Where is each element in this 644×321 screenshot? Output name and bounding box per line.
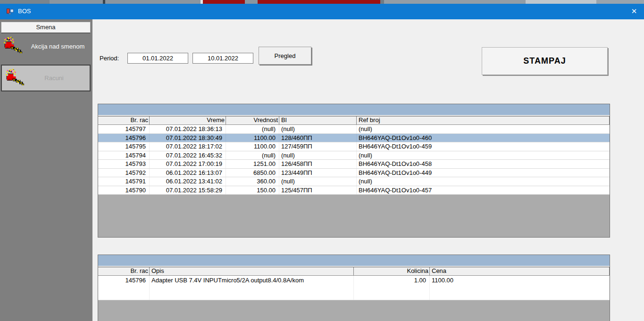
- column-header-kolicina[interactable]: Kolicina: [354, 267, 430, 275]
- date-from-input[interactable]: [127, 53, 188, 64]
- table-cell[interactable]: (null): [357, 177, 610, 186]
- table-cell[interactable]: 07.01.2022 17:00:19: [150, 160, 226, 168]
- table-cell[interactable]: 127/459ПП: [279, 142, 357, 151]
- items-grid-header-row: Br. racOpisKolicinaCena: [98, 267, 610, 276]
- table-cell[interactable]: 145793: [98, 160, 150, 168]
- table-cell[interactable]: 128/460ПП: [279, 134, 357, 142]
- table-cell[interactable]: 1100.00: [430, 276, 610, 300]
- table-cell[interactable]: (null): [279, 177, 357, 186]
- table-cell[interactable]: 145797: [98, 125, 150, 133]
- invoices-grid: Br. racVremeVrednostBlRef broj 14579707.…: [98, 104, 610, 238]
- table-cell[interactable]: 1100.00: [226, 134, 279, 142]
- date-to-input[interactable]: [192, 53, 253, 64]
- invoices-grid-header-row: Br. racVremeVrednostBlRef broj: [98, 116, 610, 125]
- column-header-cena[interactable]: Cena: [430, 267, 610, 275]
- table-cell[interactable]: 145795: [98, 142, 150, 151]
- app-icon: [6, 8, 14, 16]
- table-cell[interactable]: (null): [226, 125, 279, 133]
- background-segment: [245, 0, 258, 4]
- background-segment: [380, 0, 384, 4]
- sidebar-item-label: Akcija nad smenom: [23, 43, 92, 50]
- table-cell[interactable]: 145796: [98, 134, 150, 142]
- column-header-br-rac[interactable]: Br. rac: [98, 116, 150, 124]
- table-cell[interactable]: 126/458ПП: [279, 160, 357, 168]
- background-segment: [50, 0, 103, 4]
- table-cell[interactable]: 07.01.2022 18:36:13: [150, 125, 226, 133]
- table-row[interactable]: 14579707.01.2022 18:36:13(null)(null)(nu…: [98, 125, 610, 134]
- column-header-br-rac[interactable]: Br. rac: [98, 267, 150, 275]
- table-cell[interactable]: BH646YAQ-Dt1Ov1o0-459: [357, 142, 610, 151]
- table-cell[interactable]: 150.00: [226, 186, 279, 195]
- background-segment: [258, 0, 380, 4]
- items-grid-body[interactable]: 145796Adapter USB 7.4V INPUTmicro5/2A ou…: [98, 276, 610, 321]
- table-cell[interactable]: 145790: [98, 186, 150, 195]
- table-cell[interactable]: (null): [279, 151, 357, 160]
- background-segment: [105, 0, 201, 4]
- table-cell[interactable]: 145792: [98, 169, 150, 177]
- background-segment: [596, 0, 644, 4]
- window-title: BOS: [18, 8, 31, 15]
- invoices-grid-caption-band: [98, 104, 610, 115]
- titlebar: BOS ✕: [0, 4, 644, 19]
- table-row[interactable]: 14579007.01.2022 15:58:29150.00125/457ПП…: [98, 186, 610, 195]
- table-cell[interactable]: 145794: [98, 151, 150, 160]
- sidebar: Smena Akcija nad smenom: [0, 19, 92, 321]
- table-cell[interactable]: (null): [279, 125, 357, 133]
- column-header-bl[interactable]: Bl: [279, 116, 357, 124]
- background-segment: [384, 0, 526, 4]
- table-cell[interactable]: 1251.00: [226, 160, 279, 168]
- items-grid-caption-band: [98, 255, 610, 266]
- pregled-button[interactable]: Pregled: [259, 47, 311, 65]
- table-cell[interactable]: BH646YAQ-Dt1Ov1o0-460: [357, 134, 610, 142]
- table-cell[interactable]: (null): [357, 125, 610, 133]
- table-cell[interactable]: 360.00: [226, 177, 279, 186]
- table-row[interactable]: 14579407.01.2022 16:45:32(null)(null)(nu…: [98, 151, 610, 160]
- table-cell[interactable]: 07.01.2022 18:30:49: [150, 134, 226, 142]
- items-grid: Br. racOpisKolicinaCena 145796Adapter US…: [98, 255, 610, 321]
- column-header-vrednost[interactable]: Vrednost: [226, 116, 279, 124]
- period-label: Period:: [100, 55, 119, 62]
- close-icon[interactable]: ✕: [627, 5, 641, 18]
- invoices-grid-body[interactable]: 14579707.01.2022 18:36:13(null)(null)(nu…: [98, 125, 610, 237]
- table-cell[interactable]: 145791: [98, 177, 150, 186]
- sidebar-header-smena: Smena: [1, 22, 91, 33]
- table-row[interactable]: 145796Adapter USB 7.4V INPUTmicro5/2A ou…: [98, 276, 610, 300]
- table-cell[interactable]: (null): [357, 151, 610, 160]
- action-icon: [2, 37, 23, 56]
- table-cell[interactable]: BH646YAQ-Dt1Ov1o0-457: [357, 186, 610, 195]
- table-cell[interactable]: 6850.00: [226, 169, 279, 177]
- table-row[interactable]: 14579307.01.2022 17:00:191251.00126/458П…: [98, 160, 610, 169]
- column-header-vreme[interactable]: Vreme: [150, 116, 226, 124]
- table-cell[interactable]: 06.01.2022 13:41:02: [150, 177, 226, 186]
- sidebar-item-racuni[interactable]: Racuni: [1, 65, 91, 91]
- table-cell[interactable]: Adapter USB 7.4V INPUTmicro5/2A output8.…: [150, 276, 354, 300]
- column-header-opis[interactable]: Opis: [150, 267, 354, 275]
- background-segment: [0, 0, 50, 4]
- table-row[interactable]: 14579507.01.2022 18:17:021100.00127/459П…: [98, 142, 610, 151]
- table-cell[interactable]: BH646YAQ-Dt1Ov1o0-458: [357, 160, 610, 168]
- table-cell[interactable]: BH646YAQ-Dt1Ov1o0-449: [357, 169, 610, 177]
- column-header-ref-broj[interactable]: Ref broj: [357, 116, 610, 124]
- table-cell[interactable]: 07.01.2022 16:45:32: [150, 151, 226, 160]
- table-row[interactable]: 14579106.01.2022 13:41:02360.00(null)(nu…: [98, 177, 610, 186]
- table-cell[interactable]: 145796: [98, 276, 150, 300]
- table-cell[interactable]: 1.00: [354, 276, 430, 300]
- table-cell[interactable]: 07.01.2022 15:58:29: [150, 186, 226, 195]
- stampaj-button[interactable]: STAMPAJ: [482, 47, 608, 75]
- sidebar-item-akcija-nad-smenom[interactable]: Akcija nad smenom: [0, 35, 92, 58]
- background-window-strip: [0, 0, 644, 4]
- background-segment: [203, 0, 245, 4]
- table-cell[interactable]: 07.01.2022 18:17:02: [150, 142, 226, 151]
- background-segment: [526, 0, 596, 4]
- table-cell[interactable]: (null): [226, 151, 279, 160]
- table-cell[interactable]: 06.01.2022 16:13:07: [150, 169, 226, 177]
- sidebar-item-label: Racuni: [18, 74, 90, 82]
- table-row[interactable]: 14579206.01.2022 16:13:076850.00123/449П…: [98, 169, 610, 178]
- table-cell[interactable]: 125/457ПП: [279, 186, 357, 195]
- table-row[interactable]: 14579607.01.2022 18:30:491100.00128/460П…: [98, 134, 610, 143]
- table-cell[interactable]: 123/449ПП: [279, 169, 357, 177]
- table-cell[interactable]: 1100.00: [226, 142, 279, 151]
